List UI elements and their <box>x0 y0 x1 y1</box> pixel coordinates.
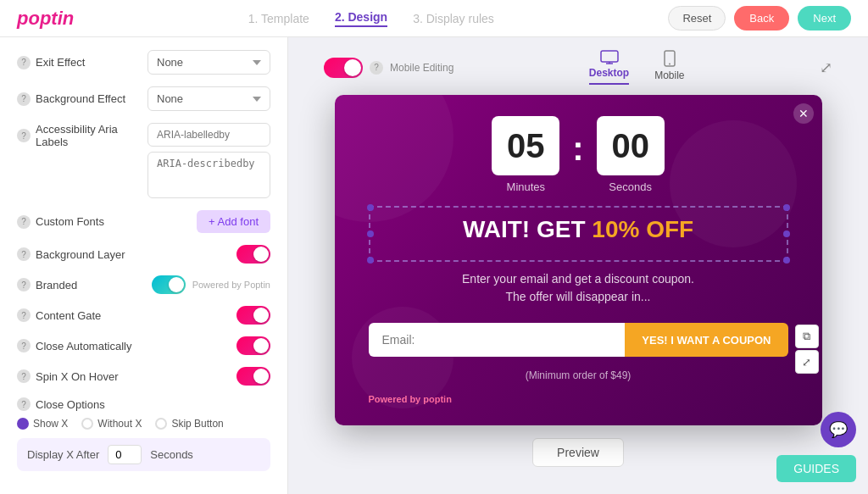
powered-by-text: Powered by Poptin <box>192 280 270 290</box>
logo: poptin <box>17 8 74 30</box>
main-layout: ? Exit Effect None ? Background Effect N… <box>0 37 868 494</box>
content-gate-toggle[interactable] <box>236 306 270 325</box>
branded-help-icon[interactable]: ? <box>17 278 31 291</box>
show-x-radio[interactable]: Show X <box>17 418 68 430</box>
headline-selection: WAIT! GET 10% OFF <box>369 206 788 262</box>
timer-minutes-label: Minutes <box>507 180 546 193</box>
nav-buttons: Reset Back Next <box>668 6 851 31</box>
mobile-tab[interactable]: Mobile <box>654 50 684 85</box>
step-design: 2. Design <box>335 10 387 27</box>
expand-tool-button[interactable]: ⤢ <box>795 350 819 374</box>
show-x-dot <box>17 418 29 430</box>
branded-toggle[interactable] <box>152 275 186 294</box>
popup-preview: ✕ 05 Minutes : 00 Seconds <box>335 95 822 425</box>
email-input[interactable] <box>369 323 626 357</box>
display-x-input[interactable] <box>108 445 142 464</box>
background-layer-row: ? Background Layer <box>17 245 270 264</box>
spin-x-label: ? Spin X On Hover <box>17 369 119 383</box>
mobile-toggle-area: ? Mobile Editing <box>324 58 453 78</box>
content-gate-label: ? Content Gate <box>17 308 101 322</box>
accessibility-row: ? Accessibility Aria Labels <box>17 123 270 198</box>
timer-row: 05 Minutes : 00 Seconds <box>369 116 788 193</box>
handle-bl[interactable] <box>367 257 374 264</box>
reset-button[interactable]: Reset <box>668 6 726 31</box>
expand-icon[interactable]: ⤢ <box>820 59 832 76</box>
logo-text: pop <box>17 8 51 29</box>
close-automatically-toggle[interactable] <box>236 336 270 355</box>
background-layer-toggle[interactable] <box>236 245 270 264</box>
side-toolbar: ⧉ ⤢ <box>795 325 819 374</box>
next-button[interactable]: Next <box>798 6 851 31</box>
close-options-help-icon[interactable]: ? <box>17 397 31 411</box>
mobile-icon <box>664 50 676 67</box>
popup-inner: 05 Minutes : 00 Seconds <box>335 95 822 425</box>
chat-bubble[interactable]: 💬 <box>821 412 856 447</box>
popup-close-button[interactable]: ✕ <box>793 103 814 124</box>
mobile-editing-toggle[interactable] <box>324 58 363 78</box>
skip-button-radio[interactable]: Skip Button <box>155 418 223 430</box>
custom-fonts-label: ? Custom Fonts <box>17 215 104 229</box>
exit-effect-label: ? Exit Effect <box>17 56 85 69</box>
content-gate-row: ? Content Gate <box>17 306 270 325</box>
preview-button[interactable]: Preview <box>532 438 624 467</box>
mobile-editing-help-icon[interactable]: ? <box>370 61 383 75</box>
close-automatically-row: ? Close Automatically <box>17 336 270 355</box>
accessibility-help-icon[interactable]: ? <box>17 129 31 142</box>
handle-tl[interactable] <box>367 204 374 211</box>
device-tabs: Desktop Mobile <box>589 50 685 85</box>
branded-row: ? Branded Powered by Poptin <box>17 275 270 294</box>
custom-fonts-row: ? Custom Fonts + Add font <box>17 210 270 233</box>
step-display-rules: 3. Display rules <box>413 12 494 25</box>
guides-button[interactable]: GUIDES <box>776 455 856 482</box>
close-options-radios: Show X Without X Skip Button <box>17 418 270 430</box>
exit-effect-select[interactable]: None <box>147 50 270 75</box>
background-effect-help-icon[interactable]: ? <box>17 92 31 106</box>
timer-seconds-block: 00 Seconds <box>597 116 665 193</box>
handle-br[interactable] <box>783 257 790 264</box>
min-order-text: (Minimum order of $49) <box>369 369 788 381</box>
close-automatically-label: ? Close Automatically <box>17 339 131 352</box>
aria-label-row: ? Accessibility Aria Labels <box>17 123 270 198</box>
content-area: ? Mobile Editing Desktop Mobile <box>288 37 868 494</box>
bottom-bar: Preview <box>301 438 855 467</box>
popup-headline-highlight: 10% OFF <box>592 216 693 242</box>
close-options-section: ? Close Options Show X Without X Skip Bu… <box>17 397 270 430</box>
headline-section: WAIT! GET 10% OFF ⧉ ⤢ <box>369 206 788 262</box>
mobile-tab-label: Mobile <box>654 69 684 81</box>
timer-seconds-label: Seconds <box>609 180 652 193</box>
popup-subtext: Enter your email and get a discount coup… <box>369 270 788 306</box>
custom-fonts-help-icon[interactable]: ? <box>17 215 31 229</box>
mobile-editing-label: Mobile Editing <box>390 62 453 74</box>
close-automatically-help-icon[interactable]: ? <box>17 339 31 352</box>
content-gate-help-icon[interactable]: ? <box>17 308 31 322</box>
popup-headline: WAIT! GET 10% OFF <box>379 216 778 243</box>
back-button[interactable]: Back <box>734 6 789 31</box>
background-effect-select[interactable]: None <box>147 86 270 111</box>
desktop-icon <box>600 50 619 64</box>
handle-ml[interactable] <box>367 230 374 237</box>
background-effect-row: ? Background Effect None <box>17 86 270 111</box>
svg-point-2 <box>669 64 670 65</box>
steps: 1. Template 2. Design 3. Display rules <box>248 10 494 27</box>
copy-tool-button[interactable]: ⧉ <box>795 325 819 348</box>
spin-x-toggle[interactable] <box>236 367 270 386</box>
background-layer-help-icon[interactable]: ? <box>17 247 31 261</box>
without-x-radio[interactable]: Without X <box>81 418 142 430</box>
aria-describedby-input[interactable] <box>147 152 270 198</box>
spin-x-help-icon[interactable]: ? <box>17 369 31 383</box>
coupon-button[interactable]: YES! I WANT A COUPON <box>625 323 787 357</box>
without-x-dot <box>81 418 93 430</box>
aria-labelledby-input[interactable] <box>147 123 270 147</box>
handle-tr[interactable] <box>783 204 790 211</box>
exit-effect-help-icon[interactable]: ? <box>17 56 31 69</box>
handle-mr[interactable] <box>783 230 790 237</box>
add-font-button[interactable]: + Add font <box>197 210 270 233</box>
aria-inputs <box>147 123 270 198</box>
desktop-tab[interactable]: Desktop <box>589 50 629 85</box>
timer-colon: : <box>572 130 583 168</box>
background-layer-label: ? Background Layer <box>17 247 125 261</box>
branded-right: Powered by Poptin <box>152 275 270 294</box>
timer-minutes-block: 05 Minutes <box>492 116 559 193</box>
email-row: YES! I WANT A COUPON <box>369 323 788 357</box>
exit-effect-row: ? Exit Effect None <box>17 50 270 75</box>
